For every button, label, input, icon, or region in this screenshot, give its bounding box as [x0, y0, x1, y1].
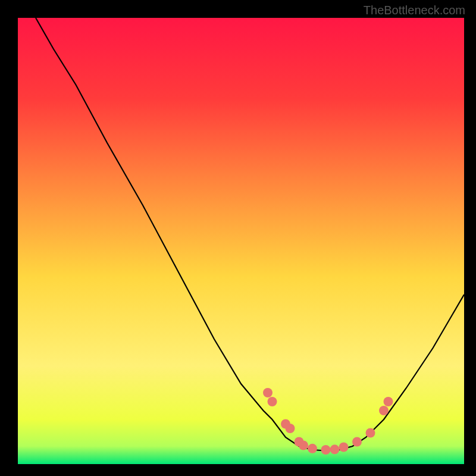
chart-svg — [18, 18, 464, 464]
data-marker — [379, 406, 389, 415]
data-marker — [268, 397, 277, 406]
data-marker — [308, 444, 317, 453]
data-marker — [366, 428, 375, 438]
data-marker — [330, 444, 340, 454]
data-marker — [352, 437, 362, 447]
data-marker — [321, 445, 331, 455]
data-marker — [339, 443, 349, 452]
watermark-text: TheBottleneck.com — [364, 4, 465, 17]
chart-container — [18, 18, 464, 464]
data-marker — [384, 397, 393, 406]
data-marker — [286, 424, 295, 433]
data-marker — [299, 441, 308, 450]
data-marker — [263, 388, 273, 397]
chart-background — [18, 18, 464, 464]
